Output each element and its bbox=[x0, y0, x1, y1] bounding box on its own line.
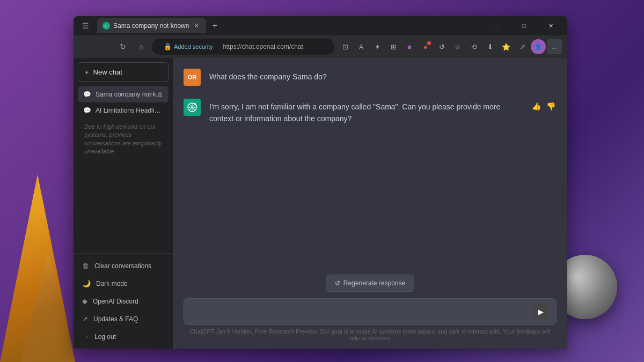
sidebar-notice: Due to high demand on our systems, previ… bbox=[78, 119, 169, 160]
sync-icon[interactable]: ↺ bbox=[434, 39, 449, 54]
updates-faq-button[interactable]: ↗ Updates & FAQ bbox=[76, 310, 171, 328]
maximize-button[interactable]: □ bbox=[511, 18, 536, 33]
footer-content: ChatGPT Jan 9 Version. Free Research Pre… bbox=[190, 328, 551, 341]
discord-label: OpenAI Discord bbox=[93, 298, 138, 305]
address-url-box[interactable]: 🔒 Added security https://chat.openai.com… bbox=[152, 39, 334, 55]
grid-icon[interactable]: ⊞ bbox=[386, 39, 401, 54]
more-tools-button[interactable]: ... bbox=[547, 39, 562, 54]
regenerate-icon: ↺ bbox=[335, 279, 340, 287]
assistant-message: I'm sorry, I am not familiar with a comp… bbox=[184, 99, 557, 125]
minimize-button[interactable]: − bbox=[485, 18, 509, 33]
reading-view-icon[interactable]: ⊡ bbox=[338, 39, 353, 54]
message-actions: 👍 👎 bbox=[531, 99, 557, 112]
logout-button[interactable]: → Log out bbox=[76, 328, 171, 345]
external-link-icon: ↗ bbox=[82, 315, 88, 323]
toolbar-icons: ⊡ A ✦ ⊞ ■ ● ↺ ☆ ⟲ ⬇ ⭐ ↗ 👤 ... bbox=[338, 39, 562, 54]
new-tab-button[interactable]: + bbox=[208, 19, 221, 32]
user-avatar: OR bbox=[184, 69, 201, 86]
title-bar: ☰ C Sama company not known ✕ + − □ ✕ bbox=[74, 16, 567, 35]
ai-avatar bbox=[184, 99, 201, 116]
back-button[interactable]: ← bbox=[79, 39, 94, 54]
chat-bubble-icon: 💬 bbox=[83, 91, 91, 98]
delete-chat-icon[interactable]: 🗑 bbox=[156, 90, 164, 99]
tab-strip: C Sama company not known ✕ + bbox=[97, 16, 485, 35]
chat-item-sama[interactable]: 💬 Sama company not kno ✏ 🗑 bbox=[78, 86, 169, 102]
sidebar-bottom: 🗑 Clear conversations 🌙 Dark mode ◆ Open… bbox=[74, 253, 173, 349]
chat-messages: OR What does the company Sama do? bbox=[173, 58, 567, 268]
dark-mode-label: Dark mode bbox=[96, 280, 128, 287]
share-icon[interactable]: ↗ bbox=[515, 39, 530, 54]
security-badge: 🔒 Added security bbox=[158, 39, 218, 55]
new-chat-button[interactable]: + New chat bbox=[78, 62, 169, 82]
user-message: OR What does the company Sama do? bbox=[184, 69, 557, 86]
clear-conversations-button[interactable]: 🗑 Clear conversations bbox=[76, 257, 171, 275]
chat-item-ai-limitations[interactable]: 💬 AI Limitations Headlines bbox=[78, 102, 169, 119]
chat-bubble-icon-2: 💬 bbox=[83, 107, 91, 114]
plus-icon: + bbox=[85, 68, 89, 76]
regenerate-button[interactable]: ↺ Regenerate response bbox=[326, 275, 414, 292]
window-controls: − □ ✕ bbox=[485, 18, 563, 33]
forward-button[interactable]: → bbox=[97, 39, 112, 54]
thumbs-down-button[interactable]: 👎 bbox=[545, 101, 557, 112]
browser-extension-icon[interactable]: ✦ bbox=[370, 39, 385, 54]
assistant-message-content: I'm sorry, I am not familiar with a comp… bbox=[209, 99, 522, 125]
updates-faq-label: Updates & FAQ bbox=[93, 315, 138, 323]
home-button[interactable]: ⌂ bbox=[134, 39, 149, 54]
tab-close-button[interactable]: ✕ bbox=[192, 21, 201, 30]
footer-text: ChatGPT Jan 9 Version. Free Research Pre… bbox=[184, 325, 557, 345]
chat-input-field[interactable] bbox=[192, 307, 529, 316]
profile-button[interactable]: 👤 bbox=[531, 39, 546, 54]
refresh-button[interactable]: ↻ bbox=[115, 39, 130, 54]
tab-title: Sama company not known bbox=[113, 22, 189, 29]
chat-area: OR What does the company Sama do? bbox=[173, 58, 567, 349]
clear-conversations-label: Clear conversations bbox=[94, 262, 151, 270]
thumbs-up-button[interactable]: 👍 bbox=[531, 101, 542, 112]
lock-icon: 🔒 bbox=[164, 43, 172, 50]
user-message-content: What does the company Sama do? bbox=[209, 69, 557, 83]
trash-icon: 🗑 bbox=[82, 262, 89, 270]
logout-icon: → bbox=[82, 333, 89, 341]
send-button[interactable]: ▶ bbox=[533, 304, 548, 319]
active-tab[interactable]: C Sama company not known ✕ bbox=[97, 18, 206, 33]
new-chat-label: New chat bbox=[93, 68, 122, 76]
sidebar-toggle-icon[interactable]: ☰ bbox=[78, 18, 93, 33]
chat-input-box: ▶ bbox=[184, 298, 557, 325]
chat-input-area: ↺ Regenerate response ▶ ChatGPT Jan 9 Ve… bbox=[173, 268, 567, 349]
browser-window: ☰ C Sama company not known ✕ + − □ ✕ ← →… bbox=[74, 16, 567, 349]
address-bar: ← → ↻ ⌂ 🔒 Added security https://chat.op… bbox=[74, 35, 567, 58]
sidebar-top: + New chat 💬 Sama company not kno ✏ 🗑 💬 … bbox=[74, 58, 173, 253]
chat-item-actions: ✏ 🗑 bbox=[147, 90, 164, 99]
main-content: + New chat 💬 Sama company not kno ✏ 🗑 💬 … bbox=[74, 58, 567, 349]
sidebar: + New chat 💬 Sama company not kno ✏ 🗑 💬 … bbox=[74, 58, 173, 349]
ai-logo-inner bbox=[187, 102, 197, 113]
user-avatar-text: OR bbox=[188, 74, 197, 80]
extension-purple-icon[interactable]: ■ bbox=[402, 39, 417, 54]
collections-icon[interactable]: ☆ bbox=[450, 39, 465, 54]
edit-chat-icon[interactable]: ✏ bbox=[147, 90, 154, 99]
moon-icon: 🌙 bbox=[82, 279, 91, 287]
discord-button[interactable]: ◆ OpenAI Discord bbox=[76, 292, 171, 310]
logout-label: Log out bbox=[94, 333, 116, 341]
close-button[interactable]: ✕ bbox=[538, 18, 563, 33]
favorites-icon[interactable]: ⭐ bbox=[499, 39, 514, 54]
url-text: https://chat.openai.com/chat bbox=[223, 43, 303, 50]
tab-favicon: C bbox=[103, 22, 110, 29]
tab-bar-left: ☰ bbox=[78, 18, 93, 33]
history-icon[interactable]: ⟲ bbox=[466, 39, 481, 54]
discord-icon: ◆ bbox=[82, 297, 87, 305]
security-label: Added security bbox=[174, 43, 213, 50]
extension-red-icon[interactable]: ● bbox=[418, 39, 433, 54]
chat-item-title-2: AI Limitations Headlines bbox=[96, 107, 163, 114]
dark-mode-button[interactable]: 🌙 Dark mode bbox=[76, 275, 171, 292]
regenerate-label: Regenerate response bbox=[343, 279, 405, 287]
download-icon[interactable]: ⬇ bbox=[482, 39, 497, 54]
read-aloud-icon[interactable]: A bbox=[354, 39, 369, 54]
